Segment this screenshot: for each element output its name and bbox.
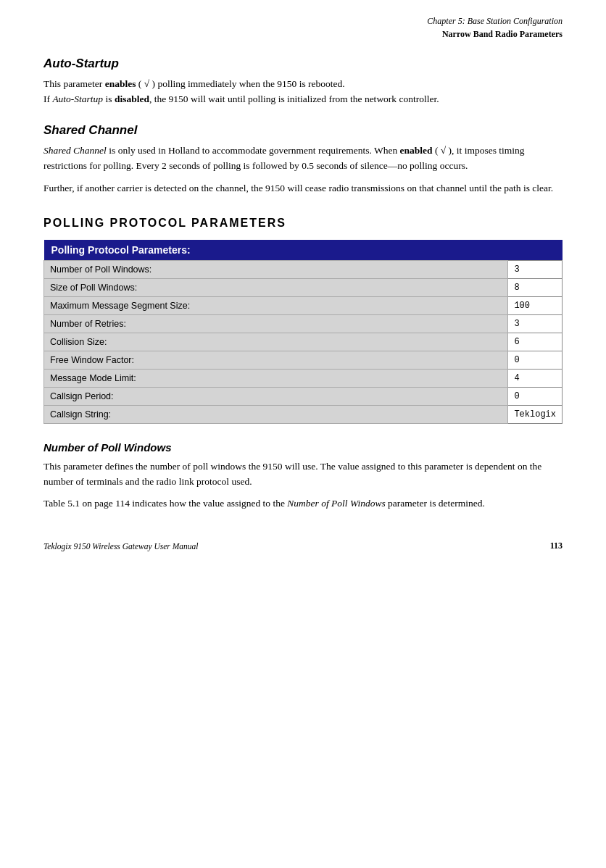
polling-protocol-section: POLLING PROTOCOL PARAMETERS Polling Prot…: [43, 217, 563, 424]
table-row: Number of Poll Windows:3: [44, 260, 563, 278]
param-value: 8: [508, 278, 563, 296]
text-table-post: parameter is determined.: [386, 498, 485, 509]
page-footer: Teklogix 9150 Wireless Gateway User Manu…: [43, 541, 563, 551]
table-header-row: Polling Protocol Parameters:: [44, 240, 563, 261]
auto-startup-section: Auto-Startup This parameter enables ( √ …: [43, 57, 563, 107]
param-label: Message Mode Limit:: [44, 369, 508, 387]
poll-windows-heading: Number of Poll Windows: [43, 441, 563, 454]
table-row: Size of Poll Windows:8: [44, 278, 563, 296]
shared-channel-para1: Shared Channel is only used in Holland t…: [43, 143, 563, 174]
manual-name: Teklogix 9150 Wireless Gateway User Manu…: [43, 542, 198, 551]
text-post: , the 9150 will wait until polling is in…: [149, 93, 439, 104]
auto-startup-para1: This parameter enables ( √ ) polling imm…: [43, 77, 563, 107]
text-mid: ( √ ) polling immediately when the 9150 …: [136, 78, 344, 89]
param-label: Number of Poll Windows:: [44, 260, 508, 278]
polling-protocol-heading: POLLING PROTOCOL PARAMETERS: [43, 217, 563, 230]
shared-channel-heading: Shared Channel: [43, 123, 563, 138]
text-bold-disabled: disabled: [115, 93, 149, 104]
param-label: Callsign Period:: [44, 387, 508, 405]
param-label: Callsign String:: [44, 405, 508, 423]
poll-windows-para1: This parameter defines the number of pol…: [43, 459, 563, 490]
param-value: 100: [508, 296, 563, 314]
param-value: 0: [508, 351, 563, 369]
table-row: Maximum Message Segment Size:100: [44, 296, 563, 314]
shared-channel-para2: Further, if another carrier is detected …: [43, 181, 563, 196]
param-label: Maximum Message Segment Size:: [44, 296, 508, 314]
table-row: Collision Size:6: [44, 333, 563, 351]
table-row: Callsign String:Teklogix: [44, 405, 563, 423]
text-sc-mid: is only used in Holland to accommodate g…: [107, 145, 400, 156]
param-value: 6: [508, 333, 563, 351]
text-table-pre: Table 5.1 on page 114 indicates how the …: [43, 498, 287, 509]
param-label: Size of Poll Windows:: [44, 278, 508, 296]
number-of-poll-windows-section: Number of Poll Windows This parameter de…: [43, 441, 563, 512]
text-italic-autostartup: Auto-Startup: [52, 93, 103, 104]
section-title-header: Narrow Band Radio Parameters: [43, 28, 563, 41]
table-header-cell: Polling Protocol Parameters:: [44, 240, 563, 261]
text-italic-sharedchannel: Shared Channel: [43, 145, 107, 156]
param-value: 0: [508, 387, 563, 405]
param-value: 3: [508, 260, 563, 278]
param-value: 4: [508, 369, 563, 387]
text-pre: This parameter: [43, 78, 105, 89]
param-value: Teklogix: [508, 405, 563, 423]
shared-channel-section: Shared Channel Shared Channel is only us…: [43, 123, 563, 196]
text-if-pre: If: [43, 93, 52, 104]
poll-windows-para2: Table 5.1 on page 114 indicates how the …: [43, 496, 563, 512]
param-label: Number of Retries:: [44, 314, 508, 333]
text-bold-enables: enables: [105, 78, 136, 89]
table-row: Callsign Period:0: [44, 387, 563, 405]
polling-params-table: Polling Protocol Parameters: Number of P…: [43, 240, 563, 424]
param-label: Collision Size:: [44, 333, 508, 351]
param-label: Free Window Factor:: [44, 351, 508, 369]
table-row: Free Window Factor:0: [44, 351, 563, 369]
param-value: 3: [508, 314, 563, 333]
chapter-line: Chapter 5: Base Station Configuration: [43, 14, 563, 28]
text-bold-enabled: enabled: [400, 145, 433, 156]
page-header: Chapter 5: Base Station Configuration Na…: [43, 14, 563, 41]
text-is: is: [103, 93, 115, 104]
auto-startup-heading: Auto-Startup: [43, 57, 563, 71]
table-row: Message Mode Limit:4: [44, 369, 563, 387]
text-italic-nopw: Number of Poll Windows: [287, 498, 385, 509]
table-row: Number of Retries:3: [44, 314, 563, 333]
page-number: 113: [550, 541, 563, 551]
